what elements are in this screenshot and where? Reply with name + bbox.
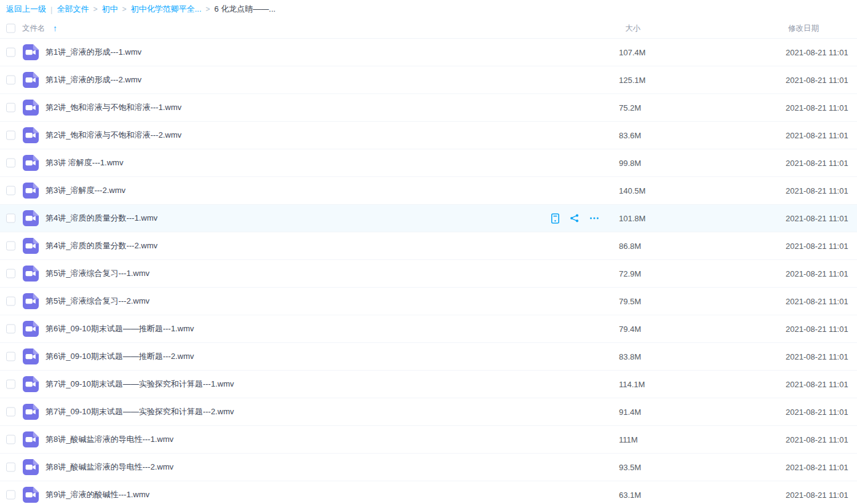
video-file-icon[interactable] [23, 183, 39, 199]
file-name-link[interactable]: 第5讲_溶液综合复习---1.wmv [46, 268, 149, 279]
table-row[interactable]: 第7讲_09-10期末试题——实验探究和计算题---2.wmv [0, 398, 857, 426]
file-date: 2021-08-21 11:01 [786, 490, 848, 500]
file-size: 101.8M [619, 214, 645, 223]
video-file-icon[interactable] [23, 100, 39, 116]
file-date: 2021-08-21 11:01 [786, 214, 848, 223]
table-row[interactable]: 第3讲 溶解度---1.wmv [0, 149, 857, 177]
file-name-link[interactable]: 第4讲_溶质的质量分数---2.wmv [46, 240, 157, 251]
file-name-link[interactable]: 第7讲_09-10期末试题——实验探究和计算题---2.wmv [46, 406, 234, 417]
video-file-icon[interactable] [23, 348, 39, 364]
row-checkbox[interactable] [6, 159, 15, 168]
row-checkbox[interactable] [6, 490, 15, 500]
table-row[interactable]: 第8讲_酸碱盐溶液的导电性---2.wmv [0, 454, 857, 481]
save-to-device-icon[interactable] [550, 213, 560, 224]
row-checkbox[interactable] [6, 242, 15, 251]
file-date: 2021-08-21 11:01 [786, 159, 848, 168]
video-file-icon[interactable] [23, 72, 39, 88]
file-name-link[interactable]: 第3讲_溶解度---2.wmv [46, 185, 126, 196]
file-name-link[interactable]: 第3讲 溶解度---1.wmv [46, 157, 123, 168]
column-header-filename[interactable]: 文件名 [22, 23, 46, 34]
table-row[interactable]: 第4讲_溶质的质量分数---1.wmv [0, 205, 857, 232]
file-name-link[interactable]: 第7讲_09-10期末试题——实验探究和计算题---1.wmv [46, 379, 234, 390]
file-size: 114.1M [619, 380, 645, 389]
file-name-link[interactable]: 第6讲_09-10期末试题——推断题---2.wmv [46, 351, 194, 362]
table-row[interactable]: 第1讲_溶液的形成---1.wmv [0, 39, 857, 66]
video-file-icon[interactable] [23, 376, 39, 392]
breadcrumb-current-folder: 6 化龙点睛——... [214, 4, 276, 15]
file-name-link[interactable]: 第8讲_酸碱盐溶液的导电性---1.wmv [46, 434, 173, 445]
select-all-checkbox[interactable] [6, 24, 15, 33]
row-checkbox[interactable] [6, 435, 15, 444]
row-checkbox[interactable] [6, 269, 15, 278]
row-checkbox[interactable] [6, 186, 15, 195]
breadcrumb-link-chemistry-course[interactable]: 初中化学范卿平全... [130, 4, 201, 15]
table-row[interactable]: 第8讲_酸碱盐溶液的导电性---1.wmv [0, 426, 857, 454]
file-size: 140.5M [619, 186, 645, 195]
table-row[interactable]: 第3讲_溶解度---2.wmv [0, 177, 857, 205]
video-file-icon[interactable] [23, 321, 39, 337]
table-row[interactable]: 第4讲_溶质的质量分数---2.wmv [0, 232, 857, 260]
video-file-icon[interactable] [23, 127, 39, 143]
file-name-link[interactable]: 第4讲_溶质的质量分数---1.wmv [46, 213, 157, 224]
row-checkbox[interactable] [6, 214, 15, 223]
file-size: 125.1M [619, 76, 645, 85]
row-checkbox[interactable] [6, 408, 15, 417]
file-size: 99.8M [619, 159, 641, 168]
file-list-header: 文件名 ↑ 大小 修改日期 [0, 18, 857, 39]
column-header-date[interactable]: 修改日期 [788, 23, 819, 34]
file-date: 2021-08-21 11:01 [786, 103, 848, 112]
more-actions-icon[interactable] [589, 213, 599, 224]
video-file-icon[interactable] [23, 44, 39, 60]
video-file-icon[interactable] [23, 404, 39, 420]
breadcrumb-link-all-files[interactable]: 全部文件 [57, 4, 89, 15]
file-name-link[interactable]: 第6讲_09-10期末试题——推断题---1.wmv [46, 323, 194, 334]
row-checkbox[interactable] [6, 380, 15, 389]
row-checkbox[interactable] [6, 103, 15, 112]
file-name-link[interactable]: 第2讲_饱和溶液与不饱和溶液---2.wmv [46, 130, 181, 141]
row-checkbox[interactable] [6, 48, 15, 57]
video-file-icon[interactable] [23, 155, 39, 171]
video-file-icon[interactable] [23, 459, 39, 475]
row-checkbox[interactable] [6, 131, 15, 140]
video-file-icon[interactable] [23, 487, 39, 503]
breadcrumb-pipe-separator: | [50, 5, 52, 14]
table-row[interactable]: 第5讲_溶液综合复习---2.wmv [0, 288, 857, 315]
column-header-size[interactable]: 大小 [625, 23, 640, 34]
video-file-icon[interactable] [23, 238, 39, 254]
file-date: 2021-08-21 11:01 [786, 269, 848, 278]
file-size: 83.8M [619, 352, 641, 361]
share-icon[interactable] [570, 213, 580, 224]
file-name-link[interactable]: 第9讲_溶液的酸碱性---1.wmv [46, 489, 149, 500]
row-checkbox[interactable] [6, 352, 15, 361]
row-checkbox[interactable] [6, 325, 15, 334]
file-size: 63.1M [619, 490, 641, 500]
sort-ascending-icon[interactable]: ↑ [53, 23, 57, 33]
file-list: 第1讲_溶液的形成---1.wmv [0, 39, 857, 504]
video-file-icon[interactable] [23, 431, 39, 447]
table-row[interactable]: 第9讲_溶液的酸碱性---1.wmv [0, 481, 857, 504]
table-row[interactable]: 第5讲_溶液综合复习---1.wmv [0, 260, 857, 288]
breadcrumb-back-link[interactable]: 返回上一级 [6, 4, 46, 15]
file-name-link[interactable]: 第8讲_酸碱盐溶液的导电性---2.wmv [46, 462, 173, 473]
video-file-icon[interactable] [23, 210, 39, 226]
table-row[interactable]: 第1讲_溶液的形成---2.wmv [0, 66, 857, 94]
file-name-link[interactable]: 第2讲_饱和溶液与不饱和溶液---1.wmv [46, 102, 181, 113]
file-name-link[interactable]: 第5讲_溶液综合复习---2.wmv [46, 296, 149, 307]
file-size: 111M [619, 435, 638, 444]
table-row[interactable]: 第6讲_09-10期末试题——推断题---1.wmv [0, 315, 857, 343]
row-checkbox[interactable] [6, 463, 15, 472]
file-size: 83.6M [619, 131, 641, 140]
row-checkbox[interactable] [6, 297, 15, 306]
table-row[interactable]: 第7讲_09-10期末试题——实验探究和计算题---1.wmv [0, 371, 857, 398]
file-name-link[interactable]: 第1讲_溶液的形成---1.wmv [46, 47, 142, 58]
table-row[interactable]: 第6讲_09-10期末试题——推断题---2.wmv [0, 343, 857, 371]
video-file-icon[interactable] [23, 266, 39, 282]
table-row[interactable]: 第2讲_饱和溶液与不饱和溶液---1.wmv [0, 94, 857, 122]
video-file-icon[interactable] [23, 293, 39, 309]
file-size: 86.8M [619, 242, 641, 251]
row-checkbox[interactable] [6, 76, 15, 85]
breadcrumb-link-junior[interactable]: 初中 [102, 4, 118, 15]
breadcrumb-arrow-icon: > [122, 5, 126, 14]
table-row[interactable]: 第2讲_饱和溶液与不饱和溶液---2.wmv [0, 122, 857, 149]
file-name-link[interactable]: 第1讲_溶液的形成---2.wmv [46, 74, 142, 85]
